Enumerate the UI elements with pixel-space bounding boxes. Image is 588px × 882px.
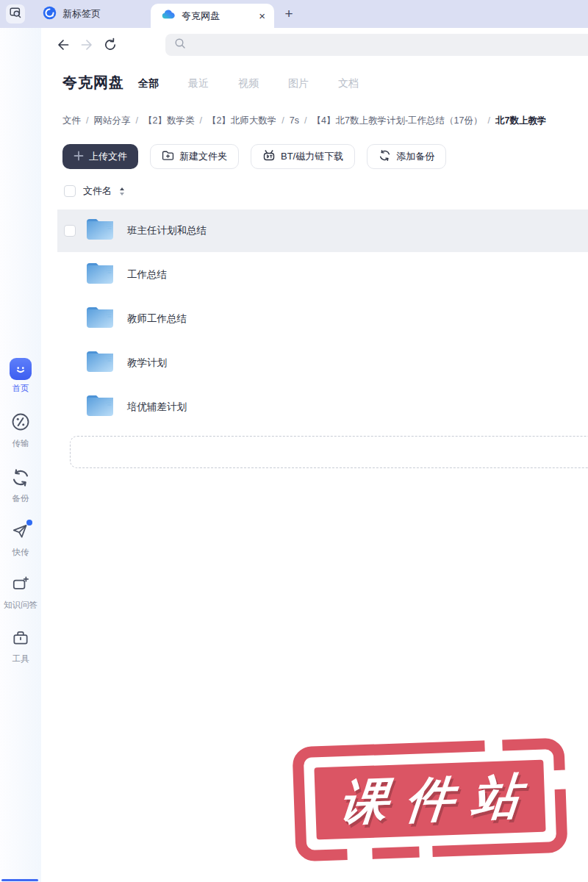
breadcrumb-separator: /: [282, 115, 284, 126]
page-title: 夸克网盘: [62, 73, 124, 93]
add-backup-label: 添加备份: [396, 150, 434, 163]
toolbox-icon: [11, 628, 30, 650]
upload-file-label: 上传文件: [89, 150, 127, 163]
folder-row[interactable]: 教师工作总结: [57, 298, 588, 340]
address-search-bar[interactable]: [165, 34, 588, 56]
sidebar-item-label: 首页: [0, 383, 41, 394]
new-folder-button[interactable]: 新建文件夹: [150, 144, 239, 169]
sidebar-item-label: 快传: [0, 547, 41, 558]
tab-close-icon[interactable]: ×: [257, 9, 267, 23]
app-sidebar: 首页 传输 备份: [0, 28, 41, 882]
notification-badge: [26, 520, 32, 526]
search-icon: [174, 37, 186, 52]
tab-label: 夸克网盘: [182, 10, 251, 23]
plus-icon: [74, 151, 84, 163]
new-tab-button[interactable]: +: [279, 4, 298, 24]
home-smiley-icon: [10, 358, 32, 380]
folder-icon: [85, 260, 115, 290]
quark-browser-window: 新标签页 夸克网盘 × +: [0, 0, 588, 882]
backup-sync-icon: [11, 468, 30, 490]
folder-row[interactable]: 教学计划: [57, 342, 588, 384]
row-checkbox[interactable]: [64, 225, 76, 237]
forward-button[interactable]: [79, 37, 94, 52]
sidebar-item-knowledge-qa[interactable]: 知识问答: [0, 575, 41, 611]
browser-toolbar: [41, 28, 588, 62]
tab-search-button[interactable]: [6, 4, 25, 24]
folder-name: 工作总结: [127, 268, 167, 282]
new-folder-icon: [162, 150, 174, 163]
breadcrumb: 文件 / 网站分享 / 【2】数学类 / 【2】北师大数学 / 7s / 【4】…: [62, 114, 588, 127]
sidebar-bottom-indicator: [1, 879, 38, 881]
breadcrumb-separator: /: [199, 115, 201, 126]
breadcrumb-item[interactable]: 【2】北师大数学: [207, 115, 276, 127]
quark-logo-icon: [43, 6, 57, 23]
browser-tab-bar: 新标签页 夸克网盘 × +: [0, 0, 588, 28]
sidebar-item-backup[interactable]: 备份: [0, 468, 41, 504]
drag-drop-zone[interactable]: [70, 436, 588, 468]
folder-name: 班主任计划和总结: [127, 224, 207, 237]
refresh-button[interactable]: [103, 37, 118, 52]
sidebar-item-quick-send[interactable]: 快传: [0, 522, 41, 558]
browser-tab-quark-drive[interactable]: 夸克网盘 ×: [151, 4, 274, 28]
sidebar-item-label: 备份: [0, 493, 41, 504]
sidebar-item-label: 知识问答: [0, 600, 41, 611]
tab-search-icon: [10, 7, 21, 21]
sidebar-item-label: 工具: [0, 653, 41, 664]
folder-icon: [85, 216, 115, 245]
breadcrumb-current: 北7数上教学: [495, 115, 546, 127]
cloud-drive-icon: [161, 9, 176, 23]
folder-row[interactable]: 培优辅差计划: [57, 386, 588, 429]
breadcrumb-item[interactable]: 【4】北7数上教学计划-工作总结（17份）: [312, 115, 483, 127]
breadcrumb-separator: /: [86, 115, 88, 126]
sidebar-item-label: 传输: [0, 438, 41, 449]
file-list-header: 文件名: [64, 184, 125, 198]
folder-name: 教学计划: [127, 356, 167, 370]
drive-main-panel: 夸克网盘 全部 最近 视频 图片 文档 文件 / 网站分享 / 【2】数学类 /…: [41, 62, 588, 882]
transfer-icon: [10, 412, 31, 434]
action-toolbar: 上传文件 新建文件夹: [62, 144, 446, 169]
sidebar-item-transfer[interactable]: 传输: [0, 412, 41, 449]
bt-download-label: BT/磁力链下载: [281, 150, 343, 163]
tab-image[interactable]: 图片: [288, 77, 309, 90]
sidebar-item-home[interactable]: 首页: [0, 358, 41, 394]
folder-icon: [85, 348, 115, 378]
filename-column-header[interactable]: 文件名: [83, 184, 112, 198]
folder-icon: [85, 304, 115, 334]
breadcrumb-item[interactable]: 7s: [290, 115, 299, 126]
breadcrumb-separator: /: [488, 115, 490, 126]
select-all-checkbox[interactable]: [64, 185, 76, 197]
tab-video[interactable]: 视频: [238, 77, 259, 90]
tab-recent[interactable]: 最近: [188, 77, 209, 90]
new-folder-label: 新建文件夹: [179, 150, 227, 163]
bt-magnet-download-button[interactable]: BT/磁力链下载: [251, 144, 355, 169]
sync-icon: [379, 149, 391, 164]
back-button[interactable]: [56, 37, 71, 52]
breadcrumb-item[interactable]: 网站分享: [93, 115, 130, 127]
browser-tab-newtab[interactable]: 新标签页: [32, 0, 111, 28]
sidebar-item-tools[interactable]: 工具: [0, 628, 41, 664]
tab-all[interactable]: 全部: [138, 77, 159, 90]
folder-row[interactable]: 工作总结: [57, 254, 588, 296]
tab-label: 新标签页: [62, 7, 101, 21]
tab-document[interactable]: 文档: [338, 77, 359, 90]
breadcrumb-item[interactable]: 【2】数学类: [143, 115, 194, 127]
add-backup-button[interactable]: 添加备份: [367, 144, 446, 169]
folder-row[interactable]: 班主任计划和总结: [57, 209, 588, 252]
breadcrumb-separator: /: [135, 115, 137, 126]
folder-name: 教师工作总结: [127, 312, 187, 326]
folder-icon: [85, 392, 115, 422]
paper-plane-icon: [11, 522, 30, 544]
breadcrumb-item[interactable]: 文件: [62, 115, 81, 127]
upload-file-button[interactable]: 上传文件: [62, 144, 138, 169]
sort-icon[interactable]: [119, 187, 125, 196]
folder-name: 培优辅差计划: [127, 401, 187, 414]
bt-download-icon: [262, 149, 276, 164]
knowledge-icon: [11, 575, 30, 597]
breadcrumb-separator: /: [304, 115, 306, 126]
